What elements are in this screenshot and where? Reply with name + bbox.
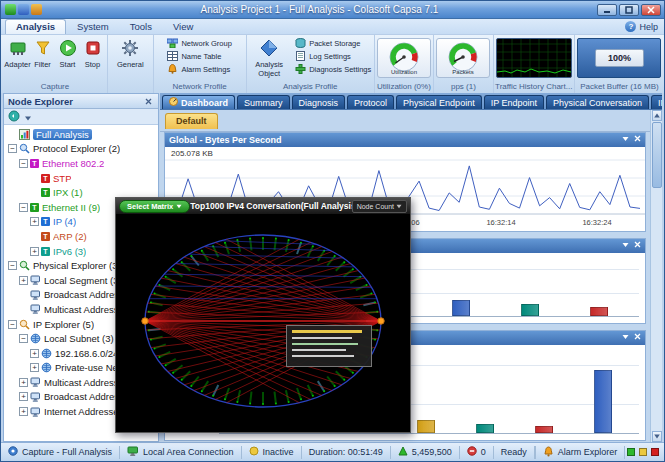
host-icon xyxy=(30,290,41,300)
expand-icon[interactable]: + xyxy=(30,349,39,358)
panel-close-icon[interactable] xyxy=(634,135,641,145)
tab-physical-conversation[interactable]: Physical Conversation xyxy=(546,95,649,109)
tab-diagnosis[interactable]: Diagnosis xyxy=(292,95,346,109)
tree-item-ethernet-802-2[interactable]: −TEthernet 802.2 xyxy=(4,156,158,171)
node-explorer-close-icon[interactable] xyxy=(143,96,154,107)
titlebar: Analysis Project 1 - Full Analysis - Col… xyxy=(1,1,664,19)
tab-dashboard[interactable]: Dashboard xyxy=(162,95,235,109)
tree-item-full-analysis[interactable]: Full Analysis xyxy=(4,127,158,142)
collapse-icon[interactable]: − xyxy=(8,144,17,153)
analysis-object-button[interactable]: Analysis Object xyxy=(246,37,292,78)
tooltip-line xyxy=(292,355,354,357)
pps-group-label: pps (1) xyxy=(451,81,476,93)
capture-group-label: Capture xyxy=(41,81,69,93)
chevron-down-icon[interactable] xyxy=(24,108,32,126)
capture-status-icon xyxy=(8,446,18,458)
matrix-titlebar[interactable]: Select Matrix Top1000 IPv4 Conversation(… xyxy=(116,198,410,215)
collapse-icon[interactable] xyxy=(622,333,629,343)
collapse-icon[interactable] xyxy=(622,241,629,251)
adapter-button[interactable]: Adapter xyxy=(5,37,30,69)
tab-ip-conversation[interactable]: IP Conversation xyxy=(651,95,662,109)
tree-item-stp[interactable]: TSTP xyxy=(4,171,158,186)
node-count-button[interactable]: Node Count xyxy=(352,200,407,213)
tooltip-line xyxy=(292,337,352,339)
analysis-object-icon xyxy=(260,39,278,59)
pps-gauge: Packets xyxy=(436,38,490,78)
ribbon-tab-strip: Analysis System Tools View ? Help xyxy=(1,19,664,35)
packet-buffer-group-label: Packet Buffer (16 MB) xyxy=(580,81,659,93)
tab-protocol[interactable]: Protocol xyxy=(347,95,394,109)
expand-icon[interactable]: + xyxy=(30,247,39,256)
conversation-matrix-graph xyxy=(116,215,410,432)
refresh-icon[interactable] xyxy=(8,108,20,126)
ribbon-tab-view[interactable]: View xyxy=(163,20,203,34)
alarm-icon xyxy=(543,446,554,459)
start-button[interactable]: Start xyxy=(55,37,80,69)
alarm-settings-button[interactable]: Alarm Settings xyxy=(164,63,234,76)
collapse-icon[interactable]: − xyxy=(19,159,28,168)
matrix-canvas[interactable] xyxy=(116,215,410,432)
scroll-up-icon[interactable] xyxy=(652,110,662,121)
panel-close-icon[interactable] xyxy=(634,333,641,343)
collapse-icon[interactable]: − xyxy=(8,261,17,270)
expand-icon[interactable]: + xyxy=(30,217,39,226)
stop-button[interactable]: Stop xyxy=(80,37,105,69)
ribbon-tab-tools[interactable]: Tools xyxy=(120,20,162,34)
drops-status-icon xyxy=(467,446,477,458)
dashboard-scrollbar[interactable] xyxy=(650,110,662,442)
expand-icon[interactable]: + xyxy=(19,276,28,285)
collapse-icon[interactable] xyxy=(622,135,629,145)
diagnosis-icon xyxy=(295,64,306,76)
log-settings-button[interactable]: Log Settings xyxy=(292,50,374,63)
general-button[interactable]: General xyxy=(110,37,150,69)
help-icon: ? xyxy=(625,21,636,32)
protocol-icon: T xyxy=(30,203,39,212)
panel-close-icon[interactable] xyxy=(634,241,641,251)
name-table-button[interactable]: Name Table xyxy=(164,50,234,63)
protocol-icon: T xyxy=(41,174,50,183)
bar-3 xyxy=(417,420,435,433)
collapse-icon[interactable]: − xyxy=(19,203,28,212)
tab-label: Protocol xyxy=(354,98,387,108)
ribbon: Adapter Filter Start Stop Capture xyxy=(1,35,664,93)
collapse-icon[interactable]: − xyxy=(8,320,17,329)
scroll-down-icon[interactable] xyxy=(652,431,662,442)
expand-icon[interactable]: + xyxy=(19,392,28,401)
tab-summary[interactable]: Summary xyxy=(237,95,290,109)
select-matrix-button[interactable]: Select Matrix xyxy=(119,200,190,213)
minimize-button[interactable] xyxy=(597,4,617,16)
matrix-window[interactable]: Select Matrix Top1000 IPv4 Conversation(… xyxy=(115,197,411,433)
save-icon[interactable] xyxy=(18,4,29,15)
help-button[interactable]: ? Help xyxy=(625,21,658,34)
diagnosis-settings-button[interactable]: Diagnosis Settings xyxy=(292,63,374,76)
tree-item-label: Ethernet 802.2 xyxy=(42,158,104,169)
ribbon-tab-analysis[interactable]: Analysis xyxy=(5,19,66,34)
scrollbar-thumb[interactable] xyxy=(652,122,662,188)
maximize-button[interactable] xyxy=(619,4,639,16)
ribbon-tab-system[interactable]: System xyxy=(67,20,119,34)
network-group-button[interactable]: Network Group xyxy=(164,37,234,50)
traffic-history-chart[interactable] xyxy=(496,38,572,78)
view-tab-strip: DashboardSummaryDiagnosisProtocolPhysica… xyxy=(160,93,662,110)
tab-ip-endpoint[interactable]: IP Endpoint xyxy=(484,95,544,109)
tree-item-protocol-explorer-2[interactable]: −Protocol Explorer (2) xyxy=(4,142,158,157)
profile-tab-default[interactable]: Default xyxy=(165,113,218,129)
expand-icon[interactable]: + xyxy=(19,407,28,416)
packet-storage-button[interactable]: Packet Storage xyxy=(292,37,374,50)
expand-icon[interactable]: + xyxy=(30,363,39,372)
bar-3 xyxy=(452,300,470,316)
ribbon-group-general: General xyxy=(108,35,154,93)
panel-header[interactable]: Global - Bytes Per Second xyxy=(165,133,645,147)
tab-label: Dashboard xyxy=(181,98,228,108)
chevron-down-icon xyxy=(396,204,402,209)
collapse-icon[interactable]: − xyxy=(19,334,28,343)
tab-physical-endpoint[interactable]: Physical Endpoint xyxy=(396,95,482,109)
filter-button[interactable]: Filter xyxy=(30,37,55,69)
host-icon xyxy=(30,377,41,387)
close-button[interactable] xyxy=(641,4,661,16)
bar-4 xyxy=(476,424,494,433)
expand-icon[interactable]: + xyxy=(19,378,28,387)
app-logo-icon xyxy=(5,4,16,15)
alarm-explorer-button[interactable]: Alarm Explorer xyxy=(536,443,625,461)
undo-icon[interactable] xyxy=(31,4,42,15)
